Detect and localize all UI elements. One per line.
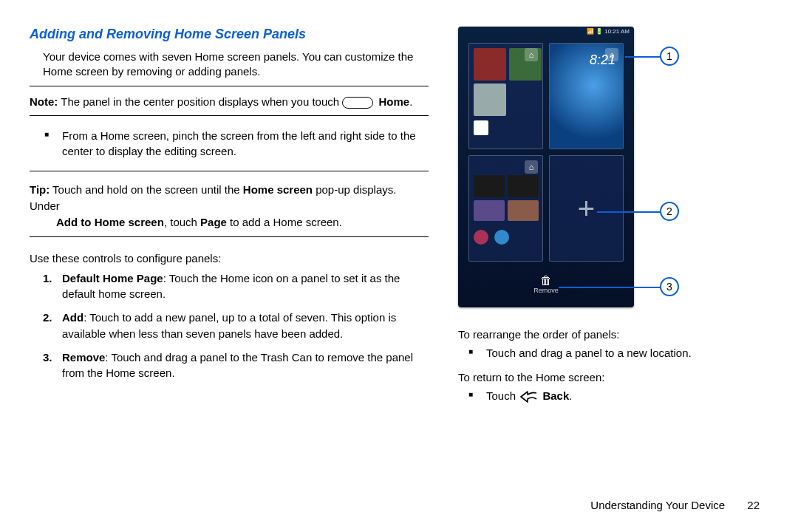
list-item: 1. Default Home Page: Touch the Home ico… bbox=[62, 270, 429, 303]
remove-area: 🗑 Remove bbox=[533, 275, 559, 294]
note-home: Home bbox=[378, 95, 409, 108]
list-number: 1. bbox=[43, 270, 52, 287]
divider bbox=[30, 86, 429, 86]
callout-line bbox=[597, 211, 661, 213]
list-item: From a Home screen, pinch the screen fro… bbox=[62, 128, 429, 159]
add-panel: + bbox=[549, 155, 624, 262]
remove-label: Remove bbox=[533, 287, 559, 294]
callout-circle: 1 bbox=[660, 47, 679, 66]
tip-bold-3: Page bbox=[200, 216, 227, 228]
note-body-1: The panel in the center position display… bbox=[58, 95, 342, 108]
note-prefix: Note: bbox=[30, 95, 58, 108]
rearrange-label: To rearrange the order of panels: bbox=[458, 328, 768, 341]
home-button-icon bbox=[342, 97, 373, 109]
trash-icon: 🗑 bbox=[533, 275, 559, 287]
home-icon: ⌂ bbox=[605, 48, 618, 61]
note-body-2: . bbox=[409, 95, 412, 108]
home-icon: ⌂ bbox=[525, 48, 538, 61]
return-bold: Back bbox=[542, 389, 569, 402]
item-bold: Default Home Page bbox=[62, 272, 163, 284]
instruction-list: From a Home screen, pinch the screen fro… bbox=[30, 128, 429, 159]
item-bold: Add bbox=[62, 311, 83, 324]
divider bbox=[30, 115, 429, 116]
page-number: 22 bbox=[747, 499, 760, 511]
use-label: Use these controls to configure panels: bbox=[30, 252, 429, 265]
callout-line bbox=[625, 56, 661, 58]
callout-circle: 3 bbox=[660, 277, 679, 296]
return-pre: Touch bbox=[486, 389, 519, 402]
list-item: 3. Remove: Touch and drag a panel to the… bbox=[62, 349, 429, 382]
status-bar: 📶 🔋 10:21 AM bbox=[587, 28, 630, 35]
plus-icon: + bbox=[578, 192, 595, 225]
list-item: 2. Add: Touch to add a new panel, up to … bbox=[62, 310, 429, 342]
item-rest: : Touch and drag a panel to the Trash Ca… bbox=[62, 351, 413, 380]
return-label: To return to the Home screen: bbox=[458, 371, 768, 383]
tip-bold-2: Add to Home screen bbox=[56, 216, 164, 228]
status-time: 10:21 AM bbox=[604, 28, 630, 35]
item-bold: Remove bbox=[62, 351, 105, 364]
callout-line bbox=[559, 287, 661, 288]
numbered-list: 1. Default Home Page: Touch the Home ico… bbox=[30, 270, 429, 382]
list-number: 3. bbox=[43, 349, 52, 366]
callout-circle: 2 bbox=[660, 202, 679, 221]
intro-paragraph: Your device comes with seven Home screen… bbox=[30, 50, 429, 80]
item-rest: : Touch to add a new panel, up to a tota… bbox=[62, 311, 396, 340]
tip-prefix: Tip: bbox=[30, 183, 50, 196]
home-panel: 8:21 ⌂ bbox=[549, 43, 624, 149]
tip-body-1: Touch and hold on the screen until the bbox=[50, 183, 243, 196]
list-number: 2. bbox=[43, 310, 52, 326]
tip-body-4: to add a Home screen. bbox=[227, 216, 342, 228]
home-icon: ⌂ bbox=[525, 160, 538, 174]
home-panel: ⌂ bbox=[468, 155, 543, 262]
page-footer: Understanding Your Device 22 bbox=[590, 499, 760, 511]
tip: Tip: Touch and hold on the screen until … bbox=[30, 182, 429, 230]
section-heading: Adding and Removing Home Screen Panels bbox=[30, 27, 429, 42]
tip-body-3: , touch bbox=[164, 216, 200, 228]
tip-bold-1: Home screen bbox=[243, 183, 313, 196]
list-item: Touch and drag a panel to a new location… bbox=[486, 345, 768, 361]
back-icon bbox=[520, 391, 538, 403]
list-item: Touch Back. bbox=[486, 388, 768, 403]
note: Note: The panel in the center position d… bbox=[30, 94, 429, 110]
divider bbox=[30, 236, 429, 237]
footer-section: Understanding Your Device bbox=[590, 499, 725, 511]
divider bbox=[30, 171, 429, 171]
return-post: . bbox=[569, 389, 572, 402]
phone-screenshot: 📶 🔋 10:21 AM ⌂ 8:21 ⌂ ⌂ + bbox=[458, 27, 634, 307]
home-panel: ⌂ bbox=[468, 43, 543, 149]
